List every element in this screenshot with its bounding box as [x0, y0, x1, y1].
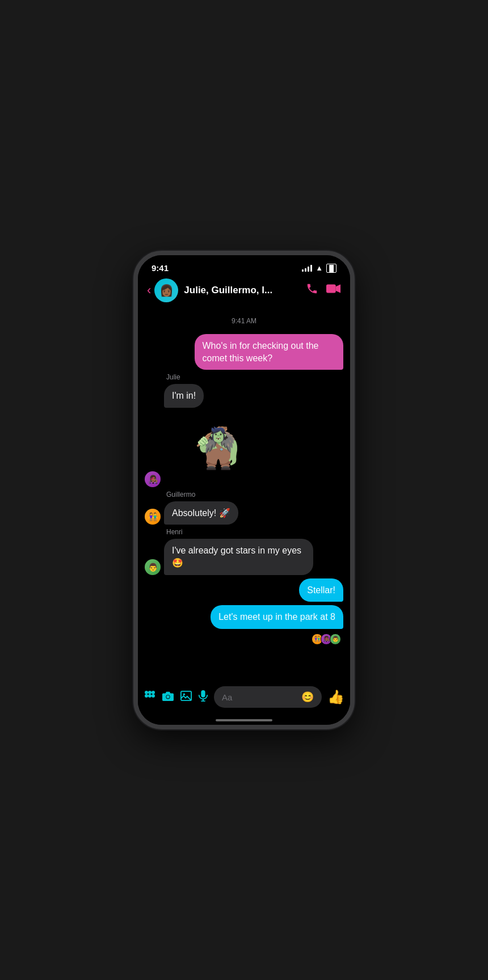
svg-point-3 — [148, 691, 152, 694]
nav-actions — [306, 282, 341, 298]
camera-icon-button[interactable] — [162, 690, 174, 704]
svg-point-7 — [152, 694, 155, 698]
message-group: Guillermo Absolutely! 🚀 — [164, 491, 238, 525]
svg-point-4 — [152, 691, 155, 694]
call-button[interactable] — [306, 282, 318, 298]
message-group: Who's in for checking out the comet this… — [195, 334, 344, 370]
message-row: 👨 Henri I've already got stars in my eye… — [145, 528, 343, 575]
sender-name: Guillermo — [166, 491, 238, 499]
svg-point-5 — [145, 694, 148, 698]
home-indicator — [216, 719, 272, 721]
group-name: Julie, Guillermo, I... — [184, 285, 306, 296]
svg-rect-0 — [326, 285, 336, 293]
message-input[interactable]: Aa 😊 — [214, 686, 322, 708]
message-group: Henri I've already got stars in my eyes … — [164, 528, 313, 575]
svg-rect-12 — [201, 690, 205, 697]
sender-avatar: 👨 — [145, 559, 161, 575]
nav-bar: ‹ 👩🏾 Julie, Guillermo, I... — [138, 275, 350, 308]
bubble: Absolutely! 🚀 — [164, 501, 238, 525]
message-group: Let's meet up in the park at 8 — [211, 605, 343, 629]
timestamp: 9:41 AM — [145, 317, 343, 325]
bubble: I'm in! — [164, 384, 204, 408]
status-bar: 9:41 ▲ █ — [138, 255, 350, 275]
screen: 9:41 ▲ █ ‹ 👩🏾 Julie, Guillermo, I... — [138, 255, 350, 725]
sender-name: Henri — [166, 528, 313, 536]
sticker-area: 🧌 — [183, 411, 251, 485]
like-button[interactable]: 👍 — [327, 689, 344, 705]
group-avatar: 👩🏾 — [154, 278, 178, 302]
bubble: Let's meet up in the park at 8 — [211, 605, 343, 629]
svg-point-11 — [183, 693, 186, 695]
message-row: Julie I'm in! — [145, 373, 343, 408]
message-group: Stellar! — [299, 578, 343, 602]
messages-area[interactable]: 9:41 AM Who's in for checking out the co… — [138, 308, 350, 682]
sticker: 🧌 — [183, 411, 251, 485]
svg-marker-1 — [336, 285, 340, 293]
message-row: 👫 Guillermo Absolutely! 🚀 — [145, 491, 343, 525]
phone-frame: 9:41 ▲ █ ‹ 👩🏾 Julie, Guillermo, I... — [133, 251, 355, 729]
sender-name: Julie — [166, 373, 204, 381]
back-button[interactable]: ‹ — [147, 283, 151, 298]
signal-bars-icon — [302, 265, 312, 272]
video-call-button[interactable] — [326, 282, 341, 298]
wifi-icon: ▲ — [315, 264, 323, 272]
bubble: I've already got stars in my eyes 🤩 — [164, 539, 313, 575]
status-icons: ▲ █ — [302, 264, 336, 273]
emoji-icon[interactable]: 😊 — [301, 691, 314, 703]
message-group: Julie I'm in! — [164, 373, 204, 408]
input-placeholder: Aa — [222, 692, 232, 702]
message-row-sticker: 👩🏾‍🎤 🧌 — [145, 411, 343, 487]
message-row: Let's meet up in the park at 8 — [145, 605, 343, 629]
sender-avatar: 👫 — [145, 509, 161, 525]
receipt-avatar: 👨 — [330, 633, 341, 645]
svg-point-2 — [145, 691, 148, 694]
svg-point-9 — [166, 695, 169, 698]
status-time: 9:41 — [152, 263, 169, 273]
apps-icon-button[interactable] — [144, 690, 156, 705]
message-row: Stellar! — [145, 578, 343, 602]
svg-point-6 — [148, 694, 152, 698]
message-row: Who's in for checking out the comet this… — [145, 334, 343, 370]
battery-icon: █ — [326, 264, 336, 273]
mic-icon-button[interactable] — [198, 690, 208, 705]
bubble: Who's in for checking out the comet this… — [195, 334, 344, 370]
bubble: Stellar! — [299, 578, 343, 602]
photo-icon-button[interactable] — [180, 690, 192, 704]
read-receipts: 👫 👩🏾‍🎤 👨 — [145, 633, 341, 645]
input-bar: Aa 😊 👍 — [138, 682, 350, 719]
sender-avatar: 👩🏾‍🎤 — [145, 471, 161, 487]
